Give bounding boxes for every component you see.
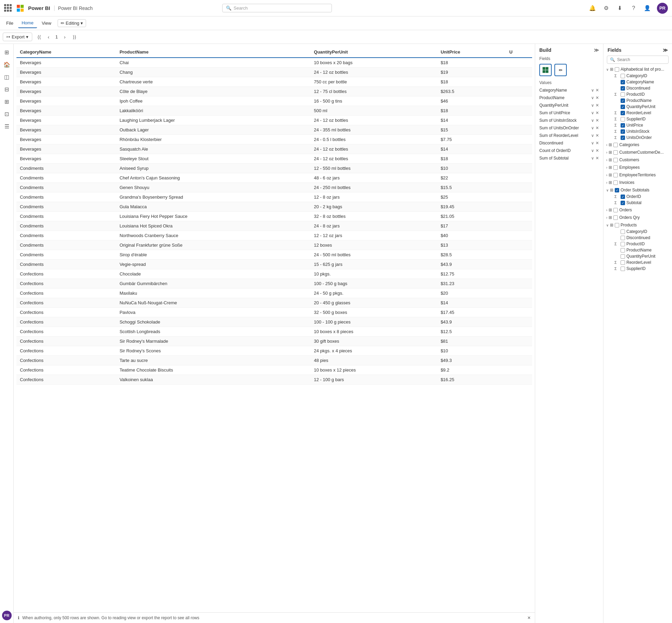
tree-check[interactable] bbox=[615, 223, 619, 227]
field-check[interactable] bbox=[621, 136, 625, 140]
tree-item[interactable]: ΣReorderLevel bbox=[605, 110, 671, 116]
search-bar[interactable]: 🔍 Search bbox=[222, 4, 332, 12]
tree-item[interactable]: ΣSupplierID bbox=[605, 116, 671, 122]
tree-item[interactable]: ΣReorderLevel bbox=[605, 259, 671, 266]
remove-icon[interactable]: ✕ bbox=[596, 141, 599, 145]
field-check[interactable] bbox=[621, 123, 625, 128]
tree-item[interactable]: ΣUnitPrice bbox=[605, 122, 671, 128]
tree-item[interactable]: ProductName bbox=[605, 97, 671, 104]
remove-icon[interactable]: ✕ bbox=[596, 126, 599, 130]
chevron-down-icon[interactable]: ∨ bbox=[591, 133, 594, 138]
ms-logo[interactable] bbox=[16, 4, 24, 12]
close-footer-icon[interactable]: ✕ bbox=[527, 615, 531, 620]
tree-check[interactable] bbox=[613, 208, 618, 212]
tree-group-header[interactable]: › ⊞ Orders bbox=[605, 207, 671, 213]
col-header-category[interactable]: CategoryName bbox=[16, 47, 116, 58]
tree-item[interactable]: ΣProductID bbox=[605, 91, 671, 97]
tree-check[interactable] bbox=[613, 173, 618, 177]
col-header-product[interactable]: ProductName bbox=[116, 47, 311, 58]
field-check[interactable] bbox=[621, 98, 625, 103]
field-check[interactable] bbox=[621, 248, 625, 252]
field-check[interactable] bbox=[621, 195, 625, 199]
field-check[interactable] bbox=[621, 242, 625, 246]
help-icon[interactable]: ? bbox=[629, 4, 638, 12]
field-check[interactable] bbox=[621, 86, 625, 91]
tab-home[interactable]: Home bbox=[18, 18, 37, 28]
tree-item[interactable]: Discontinued bbox=[605, 235, 671, 241]
tree-check[interactable] bbox=[613, 158, 618, 162]
sidebar-icon-nav[interactable]: 🏠 bbox=[1, 59, 12, 70]
download-icon[interactable]: ⬇ bbox=[616, 4, 624, 12]
tree-check[interactable] bbox=[613, 165, 618, 170]
tree-group-header[interactable]: ∨ ⊞ Products bbox=[605, 222, 671, 228]
last-page-button[interactable]: ⟩⟩ bbox=[70, 33, 79, 41]
remove-icon[interactable]: ✕ bbox=[596, 156, 599, 161]
tab-file[interactable]: File bbox=[3, 19, 17, 28]
col-header-u[interactable]: U bbox=[506, 47, 532, 58]
sidebar-icon-home[interactable]: ⊞ bbox=[1, 47, 12, 58]
sidebar-icon-table[interactable]: ◫ bbox=[1, 71, 12, 82]
tree-group-header[interactable]: › ⊞ EmployeeTerritories bbox=[605, 172, 671, 178]
export-button[interactable]: ↦ Export ▾ bbox=[3, 33, 32, 41]
field-check[interactable] bbox=[621, 260, 625, 265]
tree-check[interactable] bbox=[615, 67, 619, 72]
tree-item[interactable]: CategoryName bbox=[605, 79, 671, 85]
tree-item[interactable]: ΣUnitsOnOrder bbox=[605, 134, 671, 141]
field-check[interactable] bbox=[621, 111, 625, 115]
avatar[interactable]: PR bbox=[657, 3, 668, 14]
next-page-button[interactable]: › bbox=[61, 33, 69, 41]
tree-check[interactable] bbox=[613, 143, 618, 147]
notification-icon[interactable]: 🔔 bbox=[588, 4, 597, 12]
chevron-down-icon[interactable]: ∨ bbox=[591, 110, 594, 115]
tree-group-header[interactable]: › ⊞ Orders Qry bbox=[605, 214, 671, 221]
field-check[interactable] bbox=[621, 117, 625, 121]
field-check[interactable] bbox=[621, 254, 625, 259]
chevron-down-icon[interactable]: ∨ bbox=[591, 88, 594, 93]
remove-icon[interactable]: ✕ bbox=[596, 103, 599, 108]
tree-group-header[interactable]: › ⊞ Customers bbox=[605, 156, 671, 163]
remove-icon[interactable]: ✕ bbox=[596, 133, 599, 138]
settings-icon[interactable]: ⚙ bbox=[602, 4, 610, 12]
tree-group-header[interactable]: ∨ ⊞ Order Subtotals bbox=[605, 187, 671, 193]
tree-check[interactable] bbox=[613, 150, 618, 155]
sidebar-icon-chat[interactable]: ⊡ bbox=[1, 108, 12, 119]
field-check[interactable] bbox=[621, 74, 625, 78]
chevron-down-icon[interactable]: ∨ bbox=[591, 148, 594, 153]
fields-search-input[interactable] bbox=[617, 57, 665, 62]
sidebar-icon-menu[interactable]: ☰ bbox=[1, 121, 12, 132]
fields-expand-icon[interactable]: ≫ bbox=[663, 47, 668, 53]
remove-icon[interactable]: ✕ bbox=[596, 148, 599, 153]
tree-check[interactable] bbox=[613, 180, 618, 185]
tree-group-header[interactable]: › ⊞ Invoices bbox=[605, 179, 671, 186]
tree-item[interactable]: ΣSubtotal bbox=[605, 200, 671, 206]
table-viz-icon[interactable] bbox=[539, 64, 552, 76]
tree-item[interactable]: ΣOrderID bbox=[605, 193, 671, 200]
tree-group-header[interactable]: › ⊞ CustomerCustomerDe... bbox=[605, 149, 671, 156]
expand-icon[interactable]: ≫ bbox=[594, 47, 599, 53]
field-check[interactable] bbox=[621, 92, 625, 97]
tree-item[interactable]: Discontinued bbox=[605, 85, 671, 91]
remove-icon[interactable]: ✕ bbox=[596, 118, 599, 123]
field-check[interactable] bbox=[621, 129, 625, 134]
chevron-down-icon[interactable]: ∨ bbox=[591, 103, 594, 108]
first-page-button[interactable]: ⟨⟨ bbox=[35, 33, 43, 41]
tree-item[interactable]: ΣSupplierID bbox=[605, 266, 671, 272]
account-icon[interactable]: 👤 bbox=[643, 4, 651, 12]
field-check[interactable] bbox=[621, 267, 625, 271]
chevron-down-icon[interactable]: ∨ bbox=[591, 156, 594, 161]
chevron-down-icon[interactable]: ∨ bbox=[591, 118, 594, 123]
tree-check[interactable] bbox=[615, 188, 619, 192]
tree-item[interactable]: ΣUnitsInStock bbox=[605, 128, 671, 134]
chevron-down-icon[interactable]: ∨ bbox=[591, 141, 594, 145]
field-check[interactable] bbox=[621, 201, 625, 205]
col-header-qty[interactable]: QuantityPerUnit bbox=[311, 47, 437, 58]
chevron-down-icon[interactable]: ∨ bbox=[591, 126, 594, 130]
field-check[interactable] bbox=[621, 230, 625, 234]
tree-group-header[interactable]: ∨ ⊞ Alphabetical list of pro... bbox=[605, 66, 671, 73]
tree-group-header[interactable]: › ⊞ Employees bbox=[605, 164, 671, 171]
tree-item[interactable]: CategoryID bbox=[605, 228, 671, 235]
sidebar-avatar[interactable]: PR bbox=[2, 611, 12, 620]
field-check[interactable] bbox=[621, 236, 625, 240]
chevron-down-icon[interactable]: ∨ bbox=[591, 95, 594, 100]
remove-icon[interactable]: ✕ bbox=[596, 110, 599, 115]
